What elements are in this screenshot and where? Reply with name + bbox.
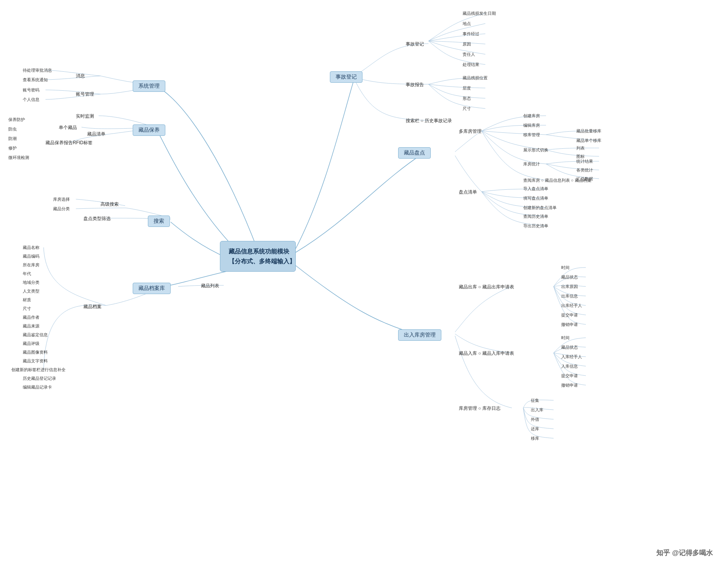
node-inv-filter: 盘点类型筛选 [83, 216, 111, 222]
node-acct: 账号管理 [76, 91, 94, 98]
node-notify: 查看系统通知 [23, 77, 48, 83]
node-history-record: 历史藏品登记记录 [23, 376, 56, 381]
node-display-switch: 展示形式切换 [523, 147, 548, 153]
node-coll-file: 藏品档案 [83, 304, 102, 310]
node-material: 材质 [23, 297, 31, 303]
node-responsible: 责任人 [463, 52, 475, 57]
node-search-bar: 搜索栏 ○ 历史事故记录 [406, 118, 452, 124]
node-export-history: 导出历史清单 [523, 223, 548, 229]
node-damage-pos: 藏品残损位置 [463, 75, 488, 81]
node-reason: 原因 [463, 41, 471, 47]
node-single-item: 单个藏品 [59, 124, 77, 131]
watermark-text: 知乎 @记得多喝水 [656, 548, 713, 557]
node-repair: 修护 [8, 145, 17, 151]
node-collection-care: 藏品保养 [133, 124, 165, 136]
node-lend: 外借 [531, 417, 539, 422]
node-inventory-list: 盘点清单 [459, 189, 477, 195]
node-code: 藏品编码 [23, 253, 39, 259]
node-out-time: 时间 [561, 265, 570, 271]
node-env: 微环境检测 [8, 155, 29, 161]
node-grade: 藏品评级 [23, 341, 39, 346]
node-in-handler: 入库经手人 [561, 354, 582, 360]
node-result: 处理结果 [463, 62, 479, 68]
node-import-list: 导入盘点清单 [523, 186, 548, 192]
node-collect: 征集 [531, 398, 539, 403]
node-cultural: 人文类型 [23, 288, 39, 294]
node-inventory: 藏品盘点 [398, 147, 431, 159]
node-warehouse-stat: 库房统计 [523, 161, 540, 167]
node-protect: 保养防护 [8, 117, 25, 123]
node-in-cancel: 撤销申请 [561, 382, 578, 388]
node-image: 藏品图像资料 [23, 349, 48, 355]
node-source: 藏品来源 [23, 323, 39, 329]
node-out-handler: 出库经手人 [561, 303, 582, 308]
node-single-move: 藏品单个移库 [576, 138, 601, 143]
node-in-submit: 提交申请 [561, 373, 578, 379]
node-newtag: 创建新的标签栏进行信息补全 [11, 367, 66, 373]
node-collection-cat: 藏品分类 [53, 206, 70, 212]
node-inbound: 藏品入库 ○ 藏品入库申请表 [459, 350, 514, 357]
node-list: 列表 [576, 145, 585, 151]
node-room-select: 库房选择 [53, 197, 70, 202]
node-form: 形态 [463, 96, 471, 101]
node-view-room: 查阅库房 ○ 藏品信息列表 ○ 藏品档案 [523, 178, 592, 183]
node-region: 地域分类 [23, 280, 39, 285]
node-out-info: 出库信息 [561, 293, 578, 299]
center-title: 藏品信息系统功能模块【分布式、多终端输入】 [229, 248, 295, 264]
node-era: 年代 [23, 271, 31, 277]
node-in-status: 藏品状态 [561, 345, 578, 350]
node-inout: 出入库 [531, 407, 543, 413]
center-node: 藏品信息系统功能模块【分布式、多终端输入】 [220, 241, 296, 272]
node-return: 还库 [531, 426, 539, 432]
node-in-time: 时间 [561, 335, 570, 341]
node-out-reason: 出库原因 [561, 284, 578, 290]
node-pest: 防虫 [8, 126, 17, 132]
node-edit-card: 编辑藏品记录卡 [23, 384, 52, 390]
node-coll-list: 藏品列表 [201, 283, 219, 289]
node-edit-room: 编辑库房 [523, 123, 540, 128]
node-accident-report: 事故报告 [406, 82, 424, 88]
node-date: 藏品残损发生日期 [463, 11, 496, 16]
node-appraisal: 藏品鉴定信息 [23, 332, 48, 338]
node-move-mgmt: 移库管理 [523, 132, 540, 138]
node-pwd: 账号密码 [23, 87, 39, 93]
node-room-mgmt: 库房管理 ○ 库存日志 [459, 405, 500, 412]
node-relocate: 移库 [531, 436, 539, 441]
node-multi-warehouse: 多库房管理 [459, 128, 482, 135]
node-size: 尺寸 [23, 306, 31, 312]
node-place: 地点 [463, 21, 471, 27]
node-pending: 待处理审批消息 [23, 68, 52, 73]
node-outbound: 藏品出库 ○ 藏品出库申请表 [459, 284, 514, 290]
node-msg: 消息 [76, 73, 85, 79]
node-author: 藏品作者 [23, 315, 39, 320]
node-room: 所在库房 [23, 262, 39, 268]
node-process: 事件经过 [463, 31, 479, 37]
node-create-room: 创建库房 [523, 113, 540, 119]
node-damp: 防潮 [8, 136, 17, 142]
node-name: 藏品名称 [23, 245, 39, 250]
node-monitor: 实时监测 [76, 113, 94, 120]
node-out-cancel: 撤销申请 [561, 322, 578, 327]
node-accident-registry: 事故登记 [330, 71, 362, 83]
node-care-list: 藏品清单 [87, 131, 105, 137]
node-care-report: 藏品保养报告RFID标签 [46, 140, 93, 146]
node-layer: 层度 [463, 85, 471, 91]
node-search: 搜索 [148, 216, 170, 227]
node-create-inv: 创建新的盘点清单 [523, 205, 557, 211]
node-view-history: 查阅历史清单 [523, 214, 548, 219]
node-in-info: 入库信息 [561, 364, 578, 369]
node-system-mgmt: 系统管理 [133, 80, 165, 92]
node-accident-record: 事故登记 [406, 41, 424, 47]
node-out-status: 藏品状态 [561, 274, 578, 280]
node-collection-archive: 藏品档案库 [133, 283, 171, 294]
node-profile: 个人信息 [23, 97, 39, 102]
node-out-submit: 提交申请 [561, 312, 578, 318]
node-storage-mgmt: 出入库房管理 [398, 329, 441, 341]
node-size-acc: 尺寸 [463, 106, 471, 112]
node-fill-list: 填写盘点清单 [523, 195, 548, 201]
node-stat-categories: 各类统计 [576, 167, 593, 173]
node-adv-search: 高级搜索 [100, 201, 119, 208]
node-stat-result: 统计结果 [576, 159, 593, 164]
node-text: 藏品文字资料 [23, 358, 48, 364]
node-batch-move: 藏品批量移库 [576, 128, 601, 134]
